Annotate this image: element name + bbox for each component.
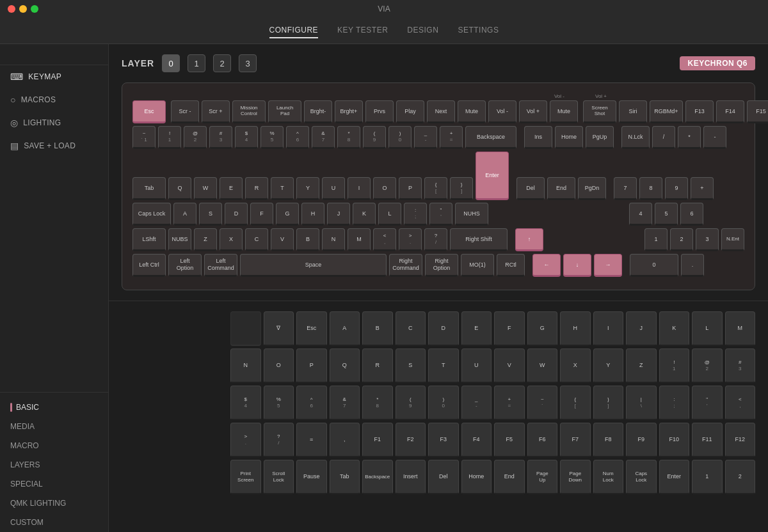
- picker-key-star[interactable]: *8: [362, 386, 393, 420]
- key-i[interactable]: I: [348, 177, 371, 200]
- key-space[interactable]: Space: [240, 254, 387, 277]
- picker-key-z[interactable]: Z: [626, 348, 657, 383]
- picker-key-home[interactable]: Home: [461, 460, 492, 494]
- key-left-command[interactable]: LeftCommand: [204, 254, 237, 277]
- key-mute2[interactable]: Mute: [550, 100, 578, 123]
- picker-key-lparen[interactable]: (9: [396, 386, 426, 420]
- key-9[interactable]: (9: [363, 126, 386, 149]
- key-siri[interactable]: Siri: [619, 100, 647, 123]
- tab-design[interactable]: DESIGN: [407, 23, 438, 38]
- key-mission-control[interactable]: MissionControl: [232, 100, 266, 123]
- key-home[interactable]: Home: [555, 126, 583, 149]
- picker-key-i[interactable]: I: [593, 311, 624, 346]
- key-vol-plus[interactable]: Vol +: [519, 100, 547, 123]
- picker-key-f9[interactable]: F9: [626, 423, 657, 457]
- picker-key-insert[interactable]: Insert: [396, 460, 426, 494]
- key-nubs[interactable]: NUBS: [168, 228, 191, 251]
- key-end[interactable]: End: [547, 177, 575, 200]
- key-y[interactable]: Y: [296, 177, 319, 200]
- picker-key-f1[interactable]: F1: [362, 423, 393, 457]
- key-caps-lock[interactable]: Caps Lock: [132, 203, 171, 226]
- key-7[interactable]: &7: [312, 126, 335, 149]
- key-period[interactable]: >.: [399, 228, 422, 251]
- key-k[interactable]: K: [353, 203, 376, 226]
- picker-key-backspace[interactable]: Backspace: [362, 460, 393, 494]
- key-j[interactable]: J: [327, 203, 350, 226]
- picker-key-m[interactable]: M: [725, 311, 756, 346]
- picker-key-f2[interactable]: F2: [396, 423, 426, 457]
- picker-key-f3[interactable]: F3: [428, 423, 459, 457]
- key-num-4[interactable]: 4: [629, 203, 652, 226]
- key-arrow-down[interactable]: ↓: [563, 254, 591, 277]
- tab-configure[interactable]: CONFIGURE: [269, 23, 319, 38]
- picker-key-u[interactable]: U: [461, 348, 492, 383]
- picker-key-p[interactable]: P: [296, 348, 327, 383]
- picker-key-comma[interactable]: ,: [330, 423, 360, 457]
- picker-key-excl[interactable]: !1: [659, 348, 690, 383]
- key-brght-minus[interactable]: Brght-: [304, 100, 332, 123]
- minimize-button[interactable]: [19, 5, 27, 13]
- key-play[interactable]: Play: [396, 100, 424, 123]
- key-4[interactable]: $4: [235, 126, 258, 149]
- key-num-8[interactable]: 8: [639, 177, 662, 200]
- picker-key-f4[interactable]: F4: [461, 423, 492, 457]
- key-n[interactable]: N: [322, 228, 345, 251]
- picker-key-x[interactable]: X: [560, 348, 591, 383]
- picker-key-page-down[interactable]: PageDown: [560, 460, 591, 494]
- picker-key-rparen[interactable]: )0: [428, 386, 459, 420]
- picker-key-y[interactable]: Y: [593, 348, 624, 383]
- picker-key-del[interactable]: Del: [428, 460, 459, 494]
- key-minus[interactable]: _-: [414, 126, 437, 149]
- picker-key-k[interactable]: K: [659, 311, 690, 346]
- key-launch-pad[interactable]: LaunchPad: [268, 100, 301, 123]
- picker-key-e[interactable]: E: [461, 311, 492, 346]
- picker-nav-layers[interactable]: LAYERS: [0, 455, 108, 474]
- key-t[interactable]: T: [271, 177, 294, 200]
- key-num-asterisk[interactable]: *: [678, 126, 701, 149]
- key-l[interactable]: L: [378, 203, 401, 226]
- key-b[interactable]: B: [296, 228, 319, 251]
- picker-nav-macro[interactable]: MACRO: [0, 436, 108, 455]
- key-tilde[interactable]: ~` 1: [132, 126, 156, 149]
- key-6[interactable]: ^6: [286, 126, 309, 149]
- picker-key-n[interactable]: N: [230, 348, 261, 383]
- picker-key-l[interactable]: L: [692, 311, 723, 346]
- key-rbracket[interactable]: }]: [450, 177, 473, 200]
- key-3[interactable]: #3: [209, 126, 232, 149]
- key-5[interactable]: %5: [260, 126, 284, 149]
- key-enter[interactable]: Enter: [476, 152, 509, 200]
- picker-key-enter[interactable]: Enter: [659, 460, 690, 494]
- picker-key-trns[interactable]: ∇: [264, 311, 294, 346]
- key-equals[interactable]: +=: [440, 126, 463, 149]
- picker-key-a[interactable]: A: [330, 311, 360, 346]
- key-f[interactable]: F: [250, 203, 273, 226]
- key-right-option[interactable]: RightOption: [425, 254, 458, 277]
- picker-key-num-lock[interactable]: NumLock: [593, 460, 624, 494]
- key-semicolon[interactable]: :;: [404, 203, 427, 226]
- key-del[interactable]: Del: [516, 177, 545, 200]
- picker-key-2[interactable]: 2: [725, 460, 756, 494]
- picker-nav-qmk-lighting[interactable]: QMK LIGHTING: [0, 494, 108, 513]
- key-s[interactable]: S: [199, 203, 222, 226]
- key-tab[interactable]: Tab: [132, 177, 166, 200]
- picker-key-gt[interactable]: >.: [230, 423, 261, 457]
- key-pgup[interactable]: PgUp: [586, 126, 614, 149]
- key-ins[interactable]: Ins: [524, 126, 552, 149]
- key-nent[interactable]: N.Ent: [721, 228, 744, 251]
- layer-btn-3[interactable]: 3: [239, 54, 257, 72]
- picker-key-colon[interactable]: :;: [659, 386, 690, 420]
- picker-key-under[interactable]: _-: [461, 386, 492, 420]
- key-num-minus[interactable]: -: [703, 126, 726, 149]
- key-num-7[interactable]: 7: [614, 177, 637, 200]
- key-right-command[interactable]: RightCommand: [389, 254, 422, 277]
- picker-key-c[interactable]: C: [396, 311, 426, 346]
- picker-key-d[interactable]: D: [428, 311, 459, 346]
- picker-key-o[interactable]: O: [264, 348, 294, 383]
- key-num-2[interactable]: 2: [670, 228, 693, 251]
- picker-key-b[interactable]: B: [362, 311, 393, 346]
- picker-key-f[interactable]: F: [494, 311, 525, 346]
- picker-key-1[interactable]: 1: [692, 460, 723, 494]
- picker-key-question[interactable]: ?/: [264, 423, 294, 457]
- picker-key-w[interactable]: W: [527, 348, 558, 383]
- picker-key-plus[interactable]: +=: [494, 386, 525, 420]
